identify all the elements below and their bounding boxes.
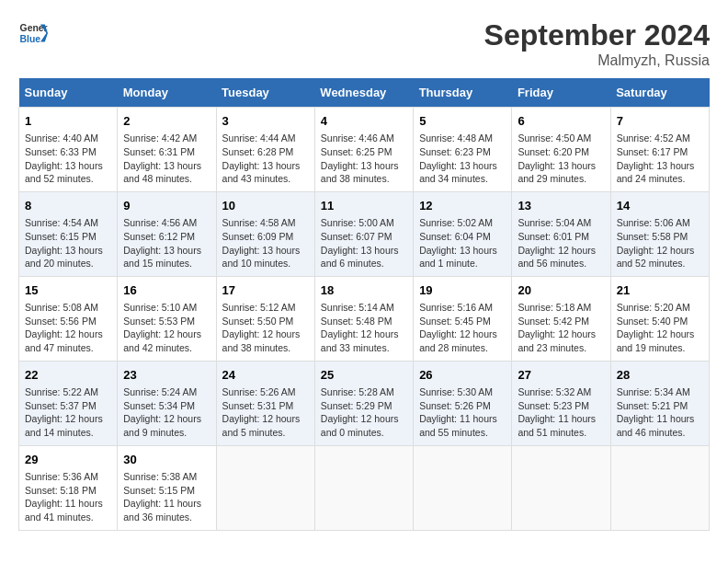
day-number: 27: [518, 367, 604, 384]
day-number: 21: [617, 282, 703, 299]
calendar-cell: 13Sunrise: 5:04 AM Sunset: 6:01 PM Dayli…: [512, 191, 610, 276]
day-number: 26: [419, 367, 506, 384]
day-info: Sunrise: 4:44 AM Sunset: 6:28 PM Dayligh…: [222, 132, 309, 186]
day-info: Sunrise: 5:06 AM Sunset: 5:58 PM Dayligh…: [617, 216, 703, 270]
day-number: 13: [518, 198, 604, 214]
day-info: Sunrise: 4:42 AM Sunset: 6:31 PM Dayligh…: [123, 132, 210, 186]
weekday-header: Thursday: [414, 78, 512, 108]
day-number: 15: [25, 282, 111, 299]
day-info: Sunrise: 5:10 AM Sunset: 5:53 PM Dayligh…: [123, 301, 210, 355]
day-info: Sunrise: 4:48 AM Sunset: 6:23 PM Dayligh…: [419, 132, 506, 186]
calendar-cell: 29Sunrise: 5:36 AM Sunset: 5:18 PM Dayli…: [19, 445, 118, 530]
weekday-header: Friday: [512, 78, 610, 108]
calendar-cell: 15Sunrise: 5:08 AM Sunset: 5:56 PM Dayli…: [19, 276, 118, 361]
day-info: Sunrise: 5:20 AM Sunset: 5:40 PM Dayligh…: [617, 301, 703, 355]
day-info: Sunrise: 5:26 AM Sunset: 5:31 PM Dayligh…: [222, 385, 309, 440]
day-info: Sunrise: 5:12 AM Sunset: 5:50 PM Dayligh…: [222, 301, 309, 355]
day-info: Sunrise: 5:28 AM Sunset: 5:29 PM Dayligh…: [321, 385, 407, 440]
calendar-cell: 28Sunrise: 5:34 AM Sunset: 5:21 PM Dayli…: [610, 361, 709, 445]
calendar-cell: 27Sunrise: 5:32 AM Sunset: 5:23 PM Dayli…: [512, 361, 610, 445]
calendar-cell: 14Sunrise: 5:06 AM Sunset: 5:58 PM Dayli…: [610, 191, 709, 276]
calendar-cell: 19Sunrise: 5:16 AM Sunset: 5:45 PM Dayli…: [414, 276, 512, 361]
day-info: Sunrise: 5:32 AM Sunset: 5:23 PM Dayligh…: [518, 385, 604, 440]
title-block: September 2024 Malmyzh, Russia: [484, 18, 710, 69]
day-info: Sunrise: 5:34 AM Sunset: 5:21 PM Dayligh…: [617, 385, 703, 440]
calendar-cell: 2Sunrise: 4:42 AM Sunset: 6:31 PM Daylig…: [118, 108, 216, 192]
day-number: 7: [617, 113, 703, 130]
day-info: Sunrise: 4:52 AM Sunset: 6:17 PM Dayligh…: [617, 132, 703, 186]
calendar-cell: 7Sunrise: 4:52 AM Sunset: 6:17 PM Daylig…: [610, 108, 709, 192]
calendar-week-row: 29Sunrise: 5:36 AM Sunset: 5:18 PM Dayli…: [19, 445, 710, 530]
logo-icon: General Blue: [18, 18, 48, 48]
logo: General Blue: [18, 18, 48, 48]
day-number: 11: [321, 198, 407, 214]
calendar-cell: [314, 445, 413, 530]
weekday-header: Tuesday: [216, 78, 314, 108]
calendar-cell: 22Sunrise: 5:22 AM Sunset: 5:37 PM Dayli…: [19, 361, 118, 445]
calendar-week-row: 22Sunrise: 5:22 AM Sunset: 5:37 PM Dayli…: [19, 361, 710, 445]
day-info: Sunrise: 5:24 AM Sunset: 5:34 PM Dayligh…: [123, 385, 210, 440]
calendar-cell: 11Sunrise: 5:00 AM Sunset: 6:07 PM Dayli…: [314, 191, 413, 276]
day-info: Sunrise: 5:08 AM Sunset: 5:56 PM Dayligh…: [25, 301, 111, 355]
day-number: 10: [222, 198, 309, 214]
day-info: Sunrise: 5:04 AM Sunset: 6:01 PM Dayligh…: [518, 216, 604, 270]
day-info: Sunrise: 5:30 AM Sunset: 5:26 PM Dayligh…: [419, 385, 506, 440]
day-number: 16: [123, 282, 210, 299]
calendar-cell: 20Sunrise: 5:18 AM Sunset: 5:42 PM Dayli…: [512, 276, 610, 361]
calendar-week-row: 15Sunrise: 5:08 AM Sunset: 5:56 PM Dayli…: [19, 276, 710, 361]
day-number: 5: [419, 113, 506, 130]
day-number: 14: [617, 198, 703, 214]
calendar-cell: 1Sunrise: 4:40 AM Sunset: 6:33 PM Daylig…: [19, 108, 118, 192]
day-info: Sunrise: 5:02 AM Sunset: 6:04 PM Dayligh…: [419, 216, 506, 270]
calendar-cell: 18Sunrise: 5:14 AM Sunset: 5:48 PM Dayli…: [314, 276, 413, 361]
day-info: Sunrise: 4:56 AM Sunset: 6:12 PM Dayligh…: [123, 216, 210, 270]
location: Malmyzh, Russia: [484, 52, 710, 69]
calendar-cell: 17Sunrise: 5:12 AM Sunset: 5:50 PM Dayli…: [216, 276, 314, 361]
calendar-cell: 4Sunrise: 4:46 AM Sunset: 6:25 PM Daylig…: [314, 108, 413, 192]
calendar-cell: 26Sunrise: 5:30 AM Sunset: 5:26 PM Dayli…: [414, 361, 512, 445]
calendar-cell: 12Sunrise: 5:02 AM Sunset: 6:04 PM Dayli…: [414, 191, 512, 276]
day-info: Sunrise: 4:50 AM Sunset: 6:20 PM Dayligh…: [518, 132, 604, 186]
day-number: 24: [222, 367, 309, 384]
day-number: 22: [25, 367, 111, 384]
day-info: Sunrise: 4:40 AM Sunset: 6:33 PM Dayligh…: [25, 132, 111, 186]
day-number: 19: [419, 282, 506, 299]
day-number: 6: [518, 113, 604, 130]
calendar-cell: 24Sunrise: 5:26 AM Sunset: 5:31 PM Dayli…: [216, 361, 314, 445]
calendar-cell: 6Sunrise: 4:50 AM Sunset: 6:20 PM Daylig…: [512, 108, 610, 192]
day-number: 25: [321, 367, 407, 384]
day-info: Sunrise: 5:00 AM Sunset: 6:07 PM Dayligh…: [321, 216, 407, 270]
day-number: 30: [123, 452, 210, 468]
day-number: 28: [617, 367, 703, 384]
day-info: Sunrise: 4:46 AM Sunset: 6:25 PM Dayligh…: [321, 132, 407, 186]
day-info: Sunrise: 5:22 AM Sunset: 5:37 PM Dayligh…: [25, 385, 111, 440]
day-number: 1: [25, 113, 111, 130]
weekday-header: Wednesday: [314, 78, 413, 108]
month-title: September 2024: [484, 18, 710, 52]
weekday-header-row: SundayMondayTuesdayWednesdayThursdayFrid…: [19, 78, 710, 108]
day-number: 18: [321, 282, 407, 299]
weekday-header: Saturday: [610, 78, 709, 108]
day-info: Sunrise: 5:16 AM Sunset: 5:45 PM Dayligh…: [419, 301, 506, 355]
calendar-cell: 16Sunrise: 5:10 AM Sunset: 5:53 PM Dayli…: [118, 276, 216, 361]
calendar-cell: 23Sunrise: 5:24 AM Sunset: 5:34 PM Dayli…: [118, 361, 216, 445]
day-number: 3: [222, 113, 309, 130]
day-info: Sunrise: 5:14 AM Sunset: 5:48 PM Dayligh…: [321, 301, 407, 355]
calendar-cell: 21Sunrise: 5:20 AM Sunset: 5:40 PM Dayli…: [610, 276, 709, 361]
calendar-week-row: 8Sunrise: 4:54 AM Sunset: 6:15 PM Daylig…: [19, 191, 710, 276]
weekday-header: Sunday: [19, 78, 118, 108]
day-number: 12: [419, 198, 506, 214]
calendar-cell: [610, 445, 709, 530]
day-number: 20: [518, 282, 604, 299]
day-number: 29: [25, 452, 111, 468]
calendar-week-row: 1Sunrise: 4:40 AM Sunset: 6:33 PM Daylig…: [19, 108, 710, 192]
calendar-cell: 30Sunrise: 5:38 AM Sunset: 5:15 PM Dayli…: [118, 445, 216, 530]
page-header: General Blue September 2024 Malmyzh, Rus…: [18, 18, 710, 69]
calendar-table: SundayMondayTuesdayWednesdayThursdayFrid…: [18, 78, 710, 531]
day-number: 2: [123, 113, 210, 130]
day-number: 23: [123, 367, 210, 384]
day-info: Sunrise: 5:38 AM Sunset: 5:15 PM Dayligh…: [123, 470, 210, 524]
day-info: Sunrise: 5:18 AM Sunset: 5:42 PM Dayligh…: [518, 301, 604, 355]
day-info: Sunrise: 4:54 AM Sunset: 6:15 PM Dayligh…: [25, 216, 111, 270]
calendar-cell: 3Sunrise: 4:44 AM Sunset: 6:28 PM Daylig…: [216, 108, 314, 192]
